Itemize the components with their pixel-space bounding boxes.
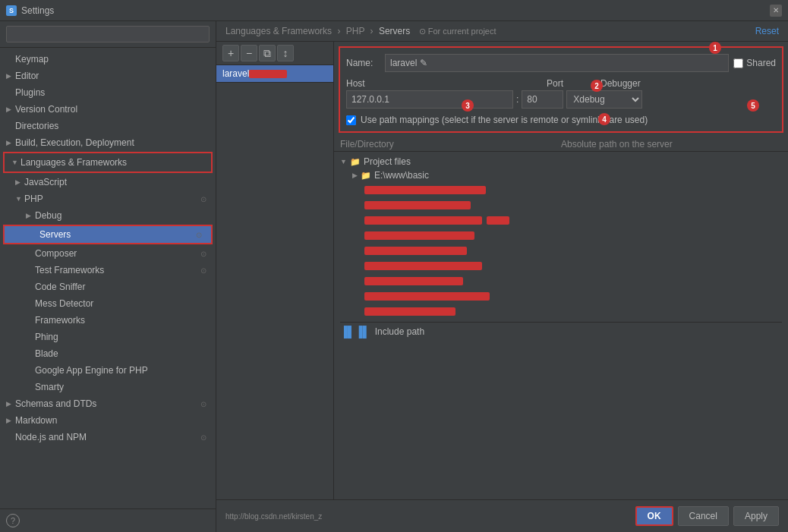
- content-area: Languages & Frameworks › PHP › Servers ⊙…: [216, 21, 788, 532]
- server-list: laravel: [216, 65, 333, 499]
- remove-server-button[interactable]: −: [241, 45, 257, 61]
- sidebar-item-keymap[interactable]: Keymap: [0, 51, 216, 68]
- close-button[interactable]: ✕: [770, 5, 782, 17]
- file-tree-row: [364, 288, 782, 304]
- sidebar-item-google-app-engine[interactable]: Google App Engine for PHP: [0, 362, 216, 379]
- sidebar-item-label: Schemas and DTDs: [15, 398, 197, 409]
- redacted-name: [249, 70, 287, 78]
- search-input[interactable]: [6, 26, 210, 42]
- include-path-label: Include path: [375, 326, 424, 337]
- sidebar-item-label: Node.js and NPM: [15, 432, 197, 442]
- sidebar-item-debug[interactable]: ▶ Debug: [0, 207, 216, 224]
- server-item-laravel[interactable]: laravel: [216, 65, 333, 83]
- move-server-button[interactable]: ↕: [277, 45, 294, 61]
- debugger-select[interactable]: Xdebug Zend Debugger: [566, 90, 642, 109]
- help-button[interactable]: ?: [6, 514, 20, 527]
- sidebar-item-code-sniffer[interactable]: Code Sniffer: [0, 279, 216, 295]
- sidebar-item-composer[interactable]: Composer ⊙: [0, 245, 216, 262]
- sidebar-item-frameworks[interactable]: Frameworks: [0, 312, 216, 329]
- window-title: Settings: [21, 5, 54, 16]
- arrow-icon: ▶: [6, 105, 15, 113]
- sidebar-item-label: Directories: [15, 121, 210, 131]
- file-tree-row: [364, 258, 782, 273]
- sidebar-item-php[interactable]: ▼ PHP ⊙: [0, 190, 216, 207]
- settings-icon: ⊙: [197, 264, 210, 276]
- sidebar-item-smarty[interactable]: Smarty: [0, 379, 216, 395]
- sidebar-item-nodejs[interactable]: Node.js and NPM ⊙: [0, 429, 216, 445]
- sidebar-item-label: Servers: [39, 229, 193, 240]
- project-note: ⊙ For current project: [419, 27, 496, 36]
- redacted-path: [364, 277, 463, 285]
- expand-icon: ▼: [11, 159, 20, 166]
- file-tree-row: [364, 304, 782, 319]
- sidebar-item-label: Keymap: [15, 54, 210, 65]
- ok-button[interactable]: OK: [635, 506, 673, 526]
- annotation-3: 3: [462, 99, 474, 112]
- redacted-path: [364, 262, 482, 270]
- sidebar-item-phing[interactable]: Phing: [0, 329, 216, 345]
- host-port-row: 3 : 4 Xdebug Zend Debugger 5 2: [346, 90, 776, 109]
- sidebar-item-build[interactable]: ▶ Build, Execution, Deployment: [0, 134, 216, 151]
- shared-label: Shared: [746, 58, 776, 68]
- arrow-icon: ▶: [6, 72, 15, 80]
- content-header: Languages & Frameworks › PHP › Servers ⊙…: [216, 21, 788, 42]
- name-label: Name:: [346, 58, 380, 68]
- sidebar-item-test-frameworks[interactable]: Test Frameworks ⊙: [0, 262, 216, 279]
- search-box: [0, 21, 216, 48]
- titlebar: S Settings ✕: [0, 0, 788, 21]
- port-input[interactable]: [522, 90, 563, 109]
- app-icon: S: [6, 5, 17, 16]
- redacted-path: [364, 231, 474, 240]
- sidebar-item-label: Markdown: [15, 415, 210, 426]
- arrow-icon: ▶: [6, 417, 15, 424]
- server-config-form: Name: 1 Shared Host Port: [339, 46, 783, 133]
- sidebar-item-label: Debug: [35, 210, 210, 221]
- bottom-bar: http://blog.csdn.net/kirsten_z OK Cancel…: [216, 499, 788, 532]
- sidebar-item-editor[interactable]: ▶ Editor: [0, 68, 216, 84]
- sidebar-item-plugins[interactable]: Plugins: [0, 84, 216, 101]
- sidebar-item-schemas[interactable]: ▶ Schemas and DTDs ⊙: [0, 395, 216, 412]
- sidebar-item-blade[interactable]: Blade: [0, 345, 216, 362]
- sidebar-item-javascript[interactable]: ▶ JavaScript: [0, 174, 216, 190]
- name-input[interactable]: [385, 54, 729, 72]
- columns-header: File/Directory Absolute path on the serv…: [334, 137, 788, 152]
- folder-icon: 📁: [361, 171, 371, 181]
- path-mapping-checkbox[interactable]: [346, 115, 356, 125]
- redacted-path: [364, 307, 455, 316]
- apply-button[interactable]: Apply: [733, 506, 779, 526]
- arrow-icon: ▶: [15, 178, 24, 186]
- sidebar-item-version-control[interactable]: ▶ Version Control: [0, 101, 216, 118]
- file-tree-row: [364, 273, 782, 288]
- add-server-button[interactable]: +: [222, 45, 239, 61]
- sidebar-item-label: JavaScript: [24, 177, 210, 187]
- copy-server-button[interactable]: ⧉: [259, 45, 276, 61]
- settings-icon: ⊙: [197, 193, 210, 205]
- server-name: laravel: [222, 68, 249, 79]
- reset-button[interactable]: Reset: [755, 26, 779, 36]
- sidebar-item-label: Editor: [15, 71, 210, 81]
- sidebar-item-languages[interactable]: ▼ Languages & Frameworks: [5, 154, 210, 171]
- sidebar-item-label: Google App Engine for PHP: [35, 365, 210, 376]
- sidebar-item-mess-detector[interactable]: Mess Detector: [0, 295, 216, 312]
- sidebar-item-directories[interactable]: Directories: [0, 118, 216, 134]
- sidebar-item-label: Smarty: [35, 382, 210, 392]
- folder-icon: 📁: [350, 157, 361, 167]
- expand-icon: ▶: [352, 172, 358, 179]
- project-files-label: Project files: [364, 156, 411, 167]
- file-tree-row: [364, 182, 782, 197]
- sidebar-item-label: Plugins: [15, 87, 210, 98]
- file-tree-row: [364, 197, 782, 212]
- sidebar-item-label: Frameworks: [35, 315, 210, 326]
- path-mapping-row: Use path mappings (select if the server …: [346, 115, 776, 125]
- port-col-label: Port: [547, 78, 588, 89]
- name-row: Name: 1 Shared: [346, 54, 776, 72]
- project-files-row: ▼ 📁 Project files: [340, 155, 782, 168]
- sidebar-item-servers[interactable]: Servers ⊙: [5, 226, 211, 243]
- server-list-panel: + − ⧉ ↕ laravel: [216, 42, 334, 499]
- titlebar-left: S Settings: [6, 5, 54, 16]
- shared-checkbox[interactable]: [733, 58, 743, 68]
- host-input[interactable]: [346, 90, 513, 109]
- cancel-button[interactable]: Cancel: [678, 506, 729, 526]
- file-tree-row: [364, 212, 782, 228]
- sidebar-item-markdown[interactable]: ▶ Markdown: [0, 412, 216, 429]
